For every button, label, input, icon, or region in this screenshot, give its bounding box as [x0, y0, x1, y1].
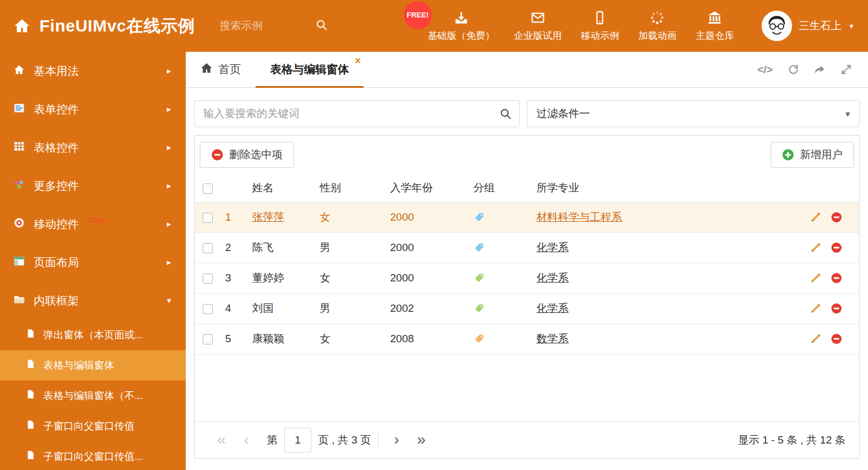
app-header: FineUIMvc在线示例 FREE! 基础版（免费） 企业版试用: [0, 0, 868, 52]
nav-theme-repo[interactable]: 主题仓库: [686, 10, 744, 42]
nav-basic-free[interactable]: FREE! 基础版（免费）: [418, 10, 504, 42]
add-user-label: 新增用户: [800, 147, 843, 162]
table-header-row: 姓名 性别 入学年份 分组 所学专业: [195, 174, 859, 202]
free-badge: FREE!: [404, 1, 432, 29]
sidebar: 基本用法 ▸ 表单控件 ▸ 表格控件 ▸ 更多控件 ▸ 移动控件 Corp. ▸…: [0, 52, 186, 470]
filter-row: 过滤条件一 ▾: [194, 100, 860, 127]
delete-row-icon[interactable]: [831, 333, 842, 344]
nav-item-label: 基础版（免费）: [428, 29, 495, 42]
select-all-checkbox[interactable]: [203, 183, 213, 194]
delete-row-icon[interactable]: [831, 212, 842, 223]
row-checkbox[interactable]: [203, 213, 213, 223]
table-row[interactable]: 5 康颖颖 女 2008 数学系: [195, 324, 859, 354]
sidebar-item-form-controls[interactable]: 表单控件 ▸: [0, 90, 186, 128]
delete-selected-label: 删除选中项: [229, 147, 283, 162]
delete-selected-button[interactable]: 删除选中项: [200, 142, 294, 168]
row-checkbox[interactable]: [203, 243, 213, 253]
major-link[interactable]: 材料科学与工程系: [536, 211, 622, 223]
edit-icon[interactable]: [810, 242, 821, 253]
edit-icon[interactable]: [810, 303, 821, 314]
keyword-search-input[interactable]: [194, 100, 520, 127]
filter-dropdown[interactable]: 过滤条件一 ▾: [527, 100, 860, 127]
app-root: FineUIMvc在线示例 FREE! 基础版（免费） 企业版试用: [0, 0, 868, 470]
row-index: 4: [225, 293, 252, 324]
edit-icon[interactable]: [810, 212, 821, 223]
table-row[interactable]: 3 董婷婷 女 2000 化学系: [195, 263, 859, 293]
sidebar-item-mobile-controls[interactable]: 移动控件 Corp. ▸: [0, 205, 186, 243]
fullscreen-icon[interactable]: [840, 64, 852, 75]
delete-row-icon[interactable]: [831, 303, 842, 314]
first-page-button[interactable]: «: [208, 432, 235, 447]
sidebar-item-basic-usage[interactable]: 基本用法 ▸: [0, 52, 186, 90]
file-icon: [26, 450, 35, 463]
add-user-button[interactable]: 新增用户: [771, 142, 854, 168]
major-link[interactable]: 化学系: [536, 241, 569, 253]
column-header-group: 分组: [473, 174, 536, 202]
name-link[interactable]: 张萍萍: [252, 211, 284, 223]
user-name: 三生石上: [799, 19, 842, 33]
mobile-icon: [14, 217, 25, 231]
table-row[interactable]: 2 陈飞 男 2000 化学系: [195, 232, 859, 263]
sidebar-item-label: 表单控件: [34, 102, 79, 117]
nav-loading-animation[interactable]: 加载动画: [629, 10, 686, 42]
gender-cell: 女: [320, 202, 390, 232]
sidebar-subitem-child-to-parent-alt[interactable]: 子窗口向父窗口传值...: [0, 441, 186, 470]
row-checkbox[interactable]: [203, 274, 213, 284]
header-search-input[interactable]: [219, 19, 312, 33]
nav-enterprise-trial[interactable]: 企业版试用: [504, 10, 571, 42]
nav-mobile-demo[interactable]: 移动示例: [571, 10, 629, 42]
table-row[interactable]: 4 刘国 男 2002 化学系: [195, 293, 859, 324]
major-link[interactable]: 数学系: [536, 333, 569, 344]
name-cell: 刘国: [252, 293, 320, 324]
row-checkbox[interactable]: [203, 304, 213, 314]
edit-icon[interactable]: [810, 272, 821, 284]
chevron-down-icon: ▾: [167, 296, 171, 306]
row-checkbox[interactable]: [203, 334, 213, 344]
sidebar-subitem-label: 子窗口向父窗口传值: [43, 419, 135, 433]
column-header-index: [225, 174, 252, 202]
arrow-right-icon: ▸: [167, 66, 171, 76]
sidebar-item-page-layout[interactable]: 页面布局 ▸: [0, 243, 186, 281]
tab-grid-edit-window[interactable]: 表格与编辑窗体 ×: [256, 52, 364, 87]
search-icon[interactable]: [315, 19, 328, 33]
sidebar-subitem-grid-edit-window-alt[interactable]: 表格与编辑窗体（不...: [0, 381, 186, 411]
brand[interactable]: FineUIMvc在线示例: [0, 15, 195, 38]
tab-home[interactable]: 首页: [186, 52, 256, 87]
arrow-right-icon: ▸: [167, 181, 171, 191]
sidebar-subitem-grid-edit-window[interactable]: 表格与编辑窗体: [0, 350, 186, 381]
major-link[interactable]: 化学系: [536, 302, 569, 314]
sidebar-subitem-popup-window[interactable]: 弹出窗体（本页面或...: [0, 320, 186, 350]
tab-bar: 首页 表格与编辑窗体 × </>: [186, 52, 868, 88]
home-icon: [200, 62, 213, 77]
user-menu[interactable]: 三生石上 ▾: [744, 11, 868, 41]
next-page-button[interactable]: ›: [385, 432, 408, 447]
sidebar-item-more-controls[interactable]: 更多控件 ▸: [0, 167, 186, 205]
bank-icon: [707, 10, 722, 25]
prev-page-button[interactable]: ‹: [235, 432, 258, 447]
row-index: 5: [225, 324, 252, 354]
column-header-major: 所学专业: [536, 174, 791, 202]
sidebar-subitem-child-to-parent[interactable]: 子窗口向父窗口传值: [0, 411, 186, 441]
delete-row-icon[interactable]: [831, 272, 842, 284]
tab-label: 表格与编辑窗体: [270, 62, 349, 77]
page-number-input[interactable]: [284, 428, 311, 453]
table-row[interactable]: 1 张萍萍 女 2000 材料科学与工程系: [195, 202, 859, 232]
sidebar-item-inline-frame[interactable]: 内联框架 ▾: [0, 281, 186, 320]
sidebar-subitem-label: 表格与编辑窗体: [43, 359, 114, 372]
edit-icon[interactable]: [810, 333, 821, 344]
close-icon[interactable]: ×: [355, 56, 361, 66]
form-icon: [14, 102, 25, 117]
row-index: 2: [225, 232, 252, 263]
refresh-icon[interactable]: [788, 64, 799, 75]
nav-item-label: 主题仓库: [696, 29, 734, 42]
year-cell: 2000: [390, 202, 473, 232]
sidebar-item-label: 移动控件: [34, 217, 79, 232]
source-code-icon[interactable]: </>: [758, 64, 773, 76]
search-icon[interactable]: [499, 108, 512, 122]
major-link[interactable]: 化学系: [536, 272, 569, 284]
tab-toolbar: </>: [758, 52, 868, 87]
open-in-new-icon[interactable]: [814, 64, 826, 75]
last-page-button[interactable]: »: [408, 432, 435, 447]
sidebar-item-table-controls[interactable]: 表格控件 ▸: [0, 128, 186, 167]
delete-row-icon[interactable]: [831, 242, 842, 253]
